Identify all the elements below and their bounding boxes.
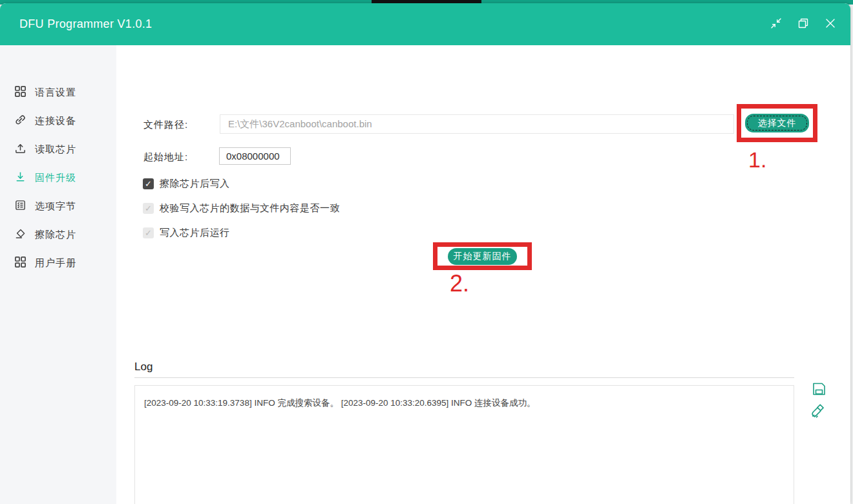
sidebar-item-label: 连接设备: [35, 115, 76, 127]
sidebar-item-label: 读取芯片: [35, 143, 76, 156]
checkbox-row-verify-data[interactable]: ✓ 校验写入芯片的数据与文件内容是否一致: [143, 202, 340, 215]
checkbox-checked-icon[interactable]: ✓: [143, 178, 154, 189]
log-output[interactable]: [2023-09-20 10:33:19.3738] INFO 完成搜索设备。 …: [134, 385, 794, 504]
minimize-icon: [770, 17, 783, 32]
grid-icon: [14, 85, 26, 100]
log-heading: Log: [134, 361, 153, 373]
save-icon: [811, 388, 827, 399]
close-button[interactable]: [822, 16, 839, 33]
annotation-step-2: 2.: [450, 270, 469, 297]
clear-log-button[interactable]: [808, 402, 828, 424]
eraser-icon: [14, 227, 26, 242]
restore-button[interactable]: [795, 16, 812, 33]
sidebar-item-read-chip[interactable]: 读取芯片: [0, 135, 116, 163]
sidebar-item-label: 擦除芯片: [35, 229, 76, 241]
checkbox-label: 擦除芯片后写入: [160, 178, 230, 190]
window-controls: [768, 3, 839, 45]
window-title: DFU Programmer V1.0.1: [0, 17, 152, 31]
checkbox-row-run-after-write[interactable]: ✓ 写入芯片后运行: [143, 227, 230, 239]
sidebar-item-label: 用户手册: [35, 257, 76, 269]
select-file-button[interactable]: 选择文件: [745, 114, 809, 132]
checkbox-label: 写入芯片后运行: [160, 227, 230, 239]
link-icon: [14, 114, 26, 128]
close-icon: [824, 17, 837, 32]
log-text: [2023-09-20 10:33:19.3738] INFO 完成搜索设备。 …: [144, 398, 536, 408]
sidebar-item-option-bytes[interactable]: 选项字节: [0, 192, 116, 220]
clean-icon: [808, 412, 828, 423]
checkbox-label: 校验写入芯片的数据与文件内容是否一致: [160, 202, 340, 215]
download-icon: [14, 171, 26, 185]
sidebar-item-erase-chip[interactable]: 擦除芯片: [0, 220, 116, 249]
start-update-button[interactable]: 开始更新固件: [448, 248, 517, 265]
annotation-box-1: 选择文件: [737, 104, 817, 142]
sidebar: 语言设置 连接设备 读取芯片: [0, 45, 116, 504]
checkbox-checked-disabled-icon: ✓: [143, 203, 154, 214]
sidebar-item-language-settings[interactable]: 语言设置: [0, 78, 116, 107]
sidebar-item-label: 选项字节: [35, 200, 76, 213]
sidebar-item-label: 语言设置: [35, 87, 76, 99]
title-bar: DFU Programmer V1.0.1: [0, 3, 850, 45]
sidebar-item-firmware-upgrade[interactable]: 固件升级: [0, 163, 116, 192]
checklist-icon: [14, 199, 26, 213]
annotation-step-1: 1.: [748, 147, 766, 173]
file-path-label: 文件路径:: [143, 119, 188, 131]
grid-icon: [14, 256, 26, 270]
app-window: DFU Programmer V1.0.1: [0, 3, 850, 504]
file-path-input[interactable]: [220, 114, 734, 134]
start-address-input[interactable]: [219, 147, 291, 165]
main-content: 文件路径: 选择文件 1. 起始地址: ✓ 擦除芯片后写入 ✓ 校验写入芯片的数…: [116, 45, 850, 504]
minimize-button[interactable]: [768, 16, 785, 33]
checkbox-row-erase-before-write[interactable]: ✓ 擦除芯片后写入: [143, 178, 230, 190]
sidebar-item-user-manual[interactable]: 用户手册: [0, 249, 116, 277]
save-log-button[interactable]: [811, 381, 827, 399]
restore-icon: [797, 17, 810, 32]
start-address-label: 起始地址:: [143, 151, 188, 163]
upload-icon: [14, 142, 26, 156]
sidebar-item-label: 固件升级: [35, 172, 76, 184]
log-divider: [134, 377, 794, 378]
annotation-box-2: 开始更新固件: [433, 242, 532, 270]
checkbox-checked-disabled-icon: ✓: [143, 227, 154, 238]
sidebar-item-connect-device[interactable]: 连接设备: [0, 107, 116, 135]
